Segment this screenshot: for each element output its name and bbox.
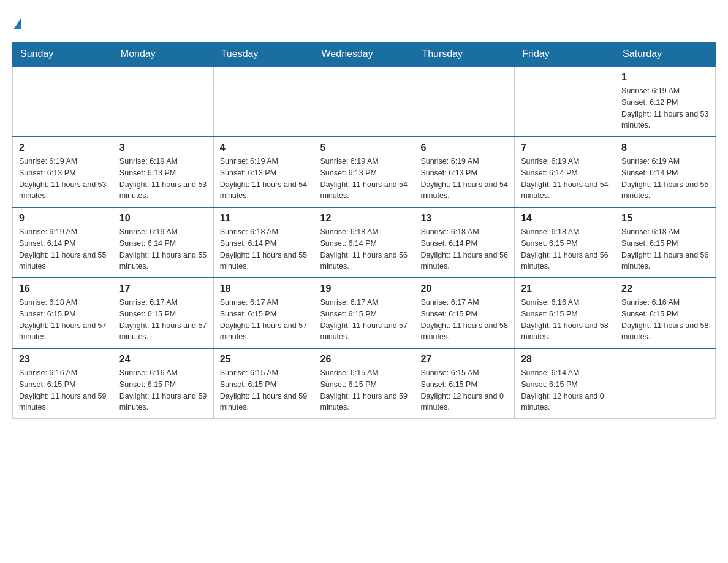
day-info: Sunrise: 6:17 AM Sunset: 6:15 PM Dayligh… bbox=[220, 297, 308, 343]
calendar-day: 24Sunrise: 6:16 AM Sunset: 6:15 PM Dayli… bbox=[113, 348, 213, 419]
calendar-day bbox=[314, 66, 414, 137]
day-header-wednesday: Wednesday bbox=[314, 42, 414, 67]
calendar-day: 10Sunrise: 6:19 AM Sunset: 6:14 PM Dayli… bbox=[113, 207, 213, 278]
calendar-day: 5Sunrise: 6:19 AM Sunset: 6:13 PM Daylig… bbox=[314, 137, 414, 207]
calendar-day bbox=[515, 66, 615, 137]
day-header-sunday: Sunday bbox=[13, 42, 113, 67]
calendar-day: 17Sunrise: 6:17 AM Sunset: 6:15 PM Dayli… bbox=[113, 278, 213, 348]
day-number: 28 bbox=[521, 354, 609, 365]
day-info: Sunrise: 6:19 AM Sunset: 6:14 PM Dayligh… bbox=[119, 226, 207, 272]
calendar-table: SundayMondayTuesdayWednesdayThursdayFrid… bbox=[12, 42, 716, 419]
calendar-day: 25Sunrise: 6:15 AM Sunset: 6:15 PM Dayli… bbox=[213, 348, 314, 419]
calendar-day: 28Sunrise: 6:14 AM Sunset: 6:15 PM Dayli… bbox=[515, 348, 615, 419]
day-header-thursday: Thursday bbox=[414, 42, 515, 67]
day-number: 10 bbox=[119, 213, 207, 224]
calendar-day: 7Sunrise: 6:19 AM Sunset: 6:14 PM Daylig… bbox=[515, 137, 615, 207]
day-info: Sunrise: 6:19 AM Sunset: 6:13 PM Dayligh… bbox=[220, 156, 308, 202]
day-number: 20 bbox=[420, 283, 508, 294]
day-header-saturday: Saturday bbox=[615, 42, 716, 67]
calendar-day: 6Sunrise: 6:19 AM Sunset: 6:13 PM Daylig… bbox=[414, 137, 515, 207]
logo bbox=[12, 12, 21, 29]
calendar-day: 8Sunrise: 6:19 AM Sunset: 6:14 PM Daylig… bbox=[615, 137, 716, 207]
day-info: Sunrise: 6:17 AM Sunset: 6:15 PM Dayligh… bbox=[320, 297, 408, 343]
day-info: Sunrise: 6:19 AM Sunset: 6:13 PM Dayligh… bbox=[320, 156, 408, 202]
day-number: 13 bbox=[420, 213, 508, 224]
day-info: Sunrise: 6:18 AM Sunset: 6:14 PM Dayligh… bbox=[320, 226, 408, 272]
day-info: Sunrise: 6:19 AM Sunset: 6:14 PM Dayligh… bbox=[621, 156, 709, 202]
calendar-week-row: 1Sunrise: 6:19 AM Sunset: 6:12 PM Daylig… bbox=[13, 66, 716, 137]
day-number: 23 bbox=[19, 354, 107, 365]
day-number: 7 bbox=[521, 142, 609, 153]
day-number: 12 bbox=[320, 213, 408, 224]
calendar-week-row: 9Sunrise: 6:19 AM Sunset: 6:14 PM Daylig… bbox=[13, 207, 716, 278]
calendar-day: 14Sunrise: 6:18 AM Sunset: 6:15 PM Dayli… bbox=[515, 207, 615, 278]
calendar-day: 9Sunrise: 6:19 AM Sunset: 6:14 PM Daylig… bbox=[13, 207, 113, 278]
day-info: Sunrise: 6:18 AM Sunset: 6:14 PM Dayligh… bbox=[220, 226, 308, 272]
day-header-friday: Friday bbox=[515, 42, 615, 67]
calendar-day: 16Sunrise: 6:18 AM Sunset: 6:15 PM Dayli… bbox=[13, 278, 113, 348]
day-number: 27 bbox=[420, 354, 508, 365]
day-number: 8 bbox=[621, 142, 709, 153]
day-number: 15 bbox=[621, 213, 709, 224]
day-number: 16 bbox=[19, 283, 107, 294]
day-info: Sunrise: 6:19 AM Sunset: 6:13 PM Dayligh… bbox=[119, 156, 207, 202]
day-info: Sunrise: 6:15 AM Sunset: 6:15 PM Dayligh… bbox=[220, 367, 308, 413]
day-number: 2 bbox=[19, 142, 107, 153]
calendar-week-row: 23Sunrise: 6:16 AM Sunset: 6:15 PM Dayli… bbox=[13, 348, 716, 419]
day-number: 26 bbox=[320, 354, 408, 365]
calendar-day: 12Sunrise: 6:18 AM Sunset: 6:14 PM Dayli… bbox=[314, 207, 414, 278]
day-number: 25 bbox=[220, 354, 308, 365]
day-number: 24 bbox=[119, 354, 207, 365]
day-info: Sunrise: 6:19 AM Sunset: 6:13 PM Dayligh… bbox=[420, 156, 508, 202]
day-header-tuesday: Tuesday bbox=[213, 42, 314, 67]
calendar-day: 18Sunrise: 6:17 AM Sunset: 6:15 PM Dayli… bbox=[213, 278, 314, 348]
day-info: Sunrise: 6:16 AM Sunset: 6:15 PM Dayligh… bbox=[19, 367, 107, 413]
day-number: 21 bbox=[521, 283, 609, 294]
day-number: 1 bbox=[621, 72, 709, 83]
day-number: 11 bbox=[220, 213, 308, 224]
calendar-day: 26Sunrise: 6:15 AM Sunset: 6:15 PM Dayli… bbox=[314, 348, 414, 419]
day-info: Sunrise: 6:18 AM Sunset: 6:15 PM Dayligh… bbox=[521, 226, 609, 272]
day-info: Sunrise: 6:19 AM Sunset: 6:14 PM Dayligh… bbox=[521, 156, 609, 202]
day-number: 5 bbox=[320, 142, 408, 153]
calendar-day: 19Sunrise: 6:17 AM Sunset: 6:15 PM Dayli… bbox=[314, 278, 414, 348]
day-number: 4 bbox=[220, 142, 308, 153]
day-info: Sunrise: 6:17 AM Sunset: 6:15 PM Dayligh… bbox=[119, 297, 207, 343]
day-info: Sunrise: 6:19 AM Sunset: 6:14 PM Dayligh… bbox=[19, 226, 107, 272]
calendar-day bbox=[213, 66, 314, 137]
calendar-header-row: SundayMondayTuesdayWednesdayThursdayFrid… bbox=[13, 42, 716, 67]
page-header bbox=[12, 12, 716, 29]
calendar-day bbox=[414, 66, 515, 137]
day-info: Sunrise: 6:14 AM Sunset: 6:15 PM Dayligh… bbox=[521, 367, 609, 413]
day-number: 14 bbox=[521, 213, 609, 224]
day-info: Sunrise: 6:18 AM Sunset: 6:14 PM Dayligh… bbox=[420, 226, 508, 272]
calendar-day: 15Sunrise: 6:18 AM Sunset: 6:15 PM Dayli… bbox=[615, 207, 716, 278]
day-info: Sunrise: 6:16 AM Sunset: 6:15 PM Dayligh… bbox=[521, 297, 609, 343]
calendar-day: 20Sunrise: 6:17 AM Sunset: 6:15 PM Dayli… bbox=[414, 278, 515, 348]
calendar-day bbox=[113, 66, 213, 137]
day-number: 17 bbox=[119, 283, 207, 294]
calendar-day bbox=[13, 66, 113, 137]
day-info: Sunrise: 6:19 AM Sunset: 6:12 PM Dayligh… bbox=[621, 85, 709, 131]
calendar-day: 3Sunrise: 6:19 AM Sunset: 6:13 PM Daylig… bbox=[113, 137, 213, 207]
calendar-day: 1Sunrise: 6:19 AM Sunset: 6:12 PM Daylig… bbox=[615, 66, 716, 137]
day-info: Sunrise: 6:18 AM Sunset: 6:15 PM Dayligh… bbox=[621, 226, 709, 272]
calendar-day: 13Sunrise: 6:18 AM Sunset: 6:14 PM Dayli… bbox=[414, 207, 515, 278]
calendar-week-row: 2Sunrise: 6:19 AM Sunset: 6:13 PM Daylig… bbox=[13, 137, 716, 207]
day-info: Sunrise: 6:18 AM Sunset: 6:15 PM Dayligh… bbox=[19, 297, 107, 343]
day-number: 22 bbox=[621, 283, 709, 294]
day-number: 6 bbox=[420, 142, 508, 153]
calendar-day: 22Sunrise: 6:16 AM Sunset: 6:15 PM Dayli… bbox=[615, 278, 716, 348]
calendar-day: 27Sunrise: 6:15 AM Sunset: 6:15 PM Dayli… bbox=[414, 348, 515, 419]
day-info: Sunrise: 6:16 AM Sunset: 6:15 PM Dayligh… bbox=[621, 297, 709, 343]
calendar-day bbox=[615, 348, 716, 419]
calendar-day: 11Sunrise: 6:18 AM Sunset: 6:14 PM Dayli… bbox=[213, 207, 314, 278]
day-info: Sunrise: 6:15 AM Sunset: 6:15 PM Dayligh… bbox=[420, 367, 508, 413]
day-number: 18 bbox=[220, 283, 308, 294]
day-info: Sunrise: 6:15 AM Sunset: 6:15 PM Dayligh… bbox=[320, 367, 408, 413]
day-number: 19 bbox=[320, 283, 408, 294]
day-info: Sunrise: 6:17 AM Sunset: 6:15 PM Dayligh… bbox=[420, 297, 508, 343]
day-info: Sunrise: 6:16 AM Sunset: 6:15 PM Dayligh… bbox=[119, 367, 207, 413]
calendar-week-row: 16Sunrise: 6:18 AM Sunset: 6:15 PM Dayli… bbox=[13, 278, 716, 348]
day-number: 9 bbox=[19, 213, 107, 224]
